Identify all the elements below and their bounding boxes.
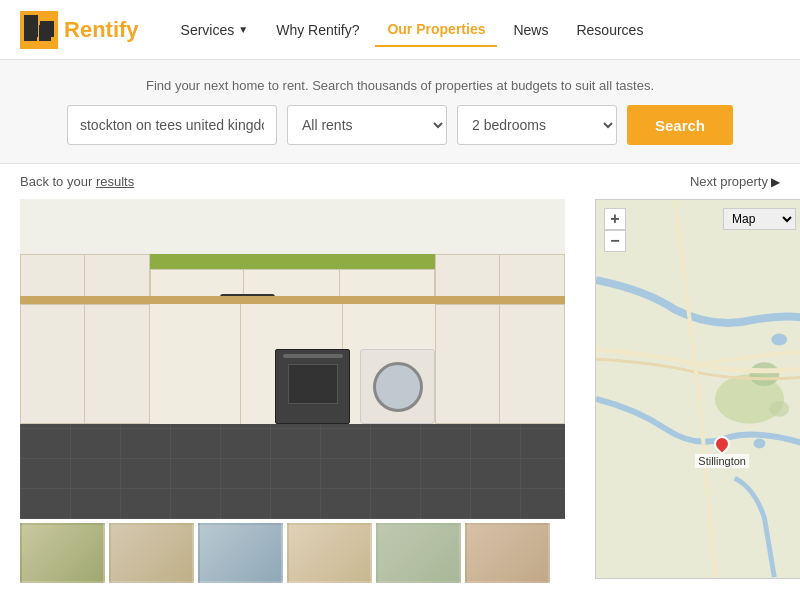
thumbnail-1[interactable] [20,523,105,583]
oven [275,349,350,424]
washing-machine [360,349,435,424]
counter-top-right [425,296,565,304]
nav-links: Services ▼ Why Rentify? Our Properties N… [169,13,656,47]
svg-rect-9 [41,33,44,36]
map-type-select[interactable]: Map Satellite [723,208,796,230]
nav-item-why-rentify[interactable]: Why Rentify? [264,14,371,46]
lower-cabinets-left [20,304,150,424]
svg-point-14 [769,401,789,417]
map-type-selector[interactable]: Map Satellite [723,208,796,230]
next-property-link[interactable]: Next property ▶ [690,174,780,189]
map-section[interactable]: + − Map Satellite Stillington [595,199,800,579]
thumbnail-4[interactable] [287,523,372,583]
svg-rect-10 [46,33,49,36]
search-banner: Find your next home to rent. Search thou… [0,60,800,164]
results-link[interactable]: results [96,174,134,189]
services-arrow-icon: ▼ [238,24,248,35]
map-zoom-in[interactable]: + [604,208,626,230]
map-background [596,200,800,578]
svg-point-15 [771,334,787,346]
thumbnail-2[interactable] [109,523,194,583]
nav-item-services[interactable]: Services ▼ [169,14,261,46]
lower-cabinets-right [435,304,565,424]
svg-rect-4 [26,29,30,33]
map-zoom-out[interactable]: − [604,230,626,252]
map-controls: + − [604,208,626,252]
back-to-results: Back to your results [20,174,134,189]
bedrooms-select[interactable]: Any bedrooms 1 bedroom 2 bedrooms 3 bedr… [457,105,617,145]
property-navigation: Back to your results Next property ▶ [0,164,800,199]
pin-label: Stillington [695,454,749,468]
nav-item-our-properties[interactable]: Our Properties [375,13,497,47]
svg-rect-8 [46,28,49,31]
map-pin: Stillington [695,436,749,468]
next-arrow-icon: ▶ [771,175,780,189]
ceiling [20,199,565,254]
svg-rect-6 [39,25,51,41]
logo-text: Rentify [64,17,139,43]
svg-point-13 [750,362,780,386]
svg-point-16 [753,439,765,449]
counter-top-left [20,296,160,304]
content-area: + − Map Satellite Stillington [0,199,800,598]
nav-item-news[interactable]: News [501,14,560,46]
navbar: Rentify Services ▼ Why Rentify? Our Prop… [0,0,800,60]
counter-top-back [140,296,445,304]
search-button[interactable]: Search [627,105,733,145]
pin-head [711,433,734,456]
logo[interactable]: Rentify [20,11,139,49]
svg-rect-1 [24,19,37,41]
thumbnail-6[interactable] [465,523,550,583]
svg-rect-2 [26,23,30,27]
svg-rect-3 [31,23,35,27]
floor [20,419,565,519]
logo-icon [20,11,58,49]
svg-rect-7 [41,28,44,31]
location-input[interactable] [67,105,277,145]
nav-item-resources[interactable]: Resources [564,14,655,46]
main-property-photo[interactable] [20,199,565,519]
thumbnail-5[interactable] [376,523,461,583]
property-images [20,199,585,583]
thumbnail-strip [20,523,565,583]
search-subtitle: Find your next home to rent. Search thou… [20,78,780,93]
rent-select[interactable]: All rents Up to £500 Up to £750 Up to £1… [287,105,447,145]
thumbnail-3[interactable] [198,523,283,583]
search-row: All rents Up to £500 Up to £750 Up to £1… [20,105,780,145]
washer-drum [373,362,423,412]
svg-rect-5 [31,29,35,33]
